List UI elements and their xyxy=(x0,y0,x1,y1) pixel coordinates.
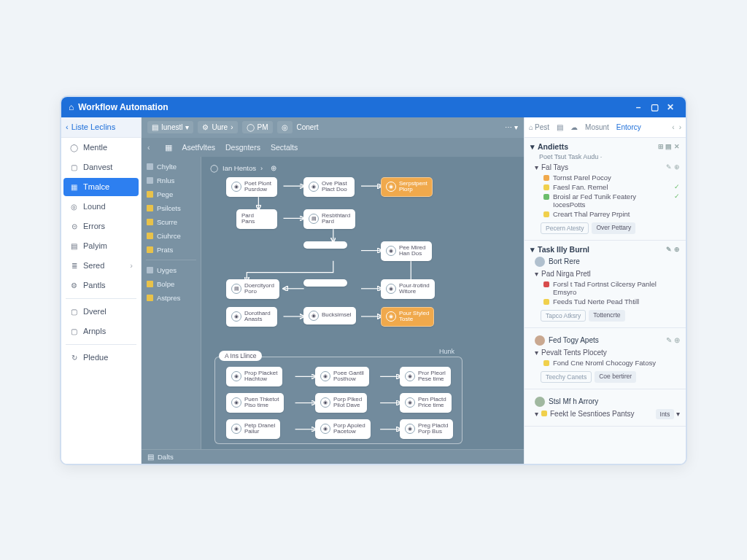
status-icon xyxy=(541,411,547,416)
flow-node[interactable]: ◉Pour-trotindWitore xyxy=(381,279,435,300)
group-head[interactable]: ▾ Pevalt Tents Plocety xyxy=(535,349,680,357)
list-item[interactable]: Faesl Fan. Rernel✓ xyxy=(543,183,680,191)
subnav-item[interactable]: Astpres xyxy=(142,291,201,305)
group-head[interactable]: ▾ Fal Tays✎ ⊕ xyxy=(535,163,680,171)
flow-node[interactable]: ◉DorothardAnasts xyxy=(226,307,277,327)
square-icon: ▢ xyxy=(69,307,79,316)
panel-nav-prev[interactable]: ‹ xyxy=(672,123,674,131)
list-item[interactable]: Creart Thal Parrey Prpint xyxy=(543,210,680,218)
subnav-item[interactable]: Ciuhrce xyxy=(142,229,201,243)
list-item[interactable]: Forsl t Tad Fortnst Cilcersy Panlel Emsy… xyxy=(543,280,680,296)
toolbar-btn-2[interactable]: ◯ PM xyxy=(242,121,273,133)
panel-tab-4[interactable]: Entorcy xyxy=(616,123,641,131)
user-row[interactable]: Stsl Mf h Arrory xyxy=(535,397,680,407)
toolbar-more[interactable]: ⋯ ▾ xyxy=(505,123,518,131)
chip[interactable]: Coe bertirer xyxy=(595,371,636,383)
flow-node[interactable]: ◉Bucksimsel xyxy=(303,307,356,324)
tab-1[interactable]: Desgnters xyxy=(225,140,260,155)
chip[interactable]: Ints xyxy=(656,409,675,419)
subnav-item[interactable]: Rnlus xyxy=(142,174,201,187)
node-icon: ◉ xyxy=(386,182,396,192)
sidebar-item-pantls[interactable]: ⚙Pantls xyxy=(63,276,139,295)
flow-node[interactable]: ◉Porp PlkedPilot Dave xyxy=(315,393,367,413)
subnav-item[interactable]: Uyges xyxy=(142,263,201,277)
list-item[interactable]: Tornst Parel Pocoy xyxy=(543,174,680,182)
list-item[interactable]: Feeds Tud Nerte Pead Thtill xyxy=(543,298,680,306)
section-head[interactable]: ▾ Task Illy Burnl✎ ⊕ xyxy=(530,245,680,254)
subnav-item[interactable]: Scurre xyxy=(142,215,201,229)
chip[interactable]: Over Pettary xyxy=(592,222,635,234)
sidebar-item-danvest[interactable]: ▢Danvest xyxy=(63,158,139,176)
subnav-item[interactable]: Chylte xyxy=(142,160,201,174)
window-close[interactable]: ✕ xyxy=(662,102,678,112)
flow-node[interactable] xyxy=(303,279,347,287)
sidebar-item-pledue[interactable]: ↻Pledue xyxy=(63,349,139,367)
toolbar-btn-0[interactable]: ▤ Iunestl ▾ xyxy=(147,121,193,133)
flow-node[interactable]: ◉Puen ThketotPiso time xyxy=(226,393,284,413)
subnav-item[interactable]: Psilcets xyxy=(142,201,201,215)
panel-tab-home[interactable]: ⌂ Pest xyxy=(529,123,549,131)
window-minimize[interactable]: – xyxy=(630,102,646,112)
folder-icon xyxy=(147,233,153,239)
divider xyxy=(66,344,136,345)
sidebar-item-arnpls[interactable]: ▢Arnpls xyxy=(63,322,139,341)
subnav-item[interactable]: Bolpe xyxy=(142,277,201,291)
subnav-item[interactable]: Prats xyxy=(142,243,201,257)
sidebar-item-tmalce[interactable]: ▦Tmalce xyxy=(63,178,139,196)
flow-node[interactable]: ◉Pee MiredHan Dos xyxy=(381,241,432,262)
toolbar-btn-1[interactable]: ⚙ Uure › xyxy=(198,121,237,133)
sidebar-item-mentle[interactable]: ◯Mentle xyxy=(63,139,139,157)
panel-tab-2[interactable]: ☁ xyxy=(570,123,578,131)
flow-node[interactable]: ◉Petp DranelPailur xyxy=(226,419,280,440)
tab-0[interactable]: Asetfvltes xyxy=(182,140,216,155)
toolbar-label-convert[interactable]: Conert xyxy=(297,123,319,131)
user-row[interactable]: Fed Togy Apets✎ ⊕ xyxy=(535,335,680,346)
list-item[interactable]: Fond Cne Nroml Chocogy Fatosy xyxy=(543,359,680,367)
flow-node[interactable]: PardPans xyxy=(236,209,277,230)
flow-node[interactable]: ◉Poee GantllPosthow xyxy=(315,367,369,387)
sidebar-header[interactable]: ‹ Liste Leclins xyxy=(61,117,141,138)
tabs-back[interactable]: ‹ xyxy=(147,143,150,152)
user-row[interactable]: Bort Rere xyxy=(535,257,680,267)
chip[interactable]: Teechy Canets xyxy=(541,371,592,383)
chip[interactable]: Pecern Atesty xyxy=(541,222,589,234)
panel-tab-3[interactable]: Mosunt xyxy=(585,123,609,131)
flow-node[interactable]: ◉Pror PleorlPese time xyxy=(400,367,451,387)
chip[interactable]: Tapco Atksry xyxy=(541,310,586,322)
status-icon xyxy=(543,175,549,181)
subnav-item[interactable]: Pege xyxy=(142,187,201,201)
flow-node[interactable]: ▤ResbthtardPard xyxy=(303,209,355,230)
workspace-footer: ▤ Dalts xyxy=(142,449,524,464)
sidebar-item-errors[interactable]: ⊝Errors xyxy=(63,217,139,236)
flow-node[interactable]: ▤DoercityordPoro xyxy=(226,279,279,300)
sidebar-item-lound[interactable]: ◎Lound xyxy=(63,198,139,216)
sidebar-item-sered[interactable]: ≣Sered› xyxy=(63,257,139,275)
section-tools[interactable]: ⊞ ▤ ✕ xyxy=(658,143,680,150)
workspace-subnav: Chylte Rnlus Pege Psilcets Scurre Ciuhrc… xyxy=(142,157,201,449)
toolbar-btn-3[interactable]: ◎ xyxy=(277,121,293,133)
flow-node[interactable]: ◉SerpstpentPlorp xyxy=(381,177,433,198)
flow-node[interactable]: ◉Preg PlactdPorp Bus xyxy=(400,419,453,440)
flow-node[interactable]: ◉Prop PlacketHachtow xyxy=(226,367,282,387)
flow-node[interactable]: ◉Pen PlactdPrice time xyxy=(400,393,452,413)
panel-nav-next[interactable]: › xyxy=(679,123,681,131)
tab-2[interactable]: Sectalts xyxy=(271,140,298,155)
panel-tab-1[interactable]: ▤ xyxy=(557,123,563,131)
flow-node[interactable]: ◉Poet PlontPusrdow xyxy=(226,177,277,198)
flow-node[interactable]: ◉Ove PlastPlact Doo xyxy=(303,177,355,198)
section-head[interactable]: ▾ Andietts⊞ ▤ ✕ xyxy=(530,142,680,151)
flow-node[interactable] xyxy=(303,241,347,249)
window-maximize[interactable]: ▢ xyxy=(646,102,662,112)
sidebar-item-dverel[interactable]: ▢Dverel xyxy=(63,303,139,321)
chip[interactable]: Tottencrte xyxy=(589,310,624,322)
flow-node[interactable]: ◉Porp ApoledPacetow xyxy=(315,419,371,440)
group-head[interactable]: ▾ Feekt le Sesntioes PantsyInts ▾ xyxy=(535,410,680,418)
flow-node[interactable]: ◉Pour StyledToste xyxy=(381,307,434,327)
target-icon: ◎ xyxy=(69,202,79,211)
folder-icon xyxy=(147,267,153,273)
workflow-canvas[interactable]: ◯ Ian Hentos › ⊕ xyxy=(201,157,524,449)
sidebar-item-palyim[interactable]: ▤Palyim xyxy=(63,237,139,255)
group-head[interactable]: ▾ Pad Nirga Pretl xyxy=(535,270,680,278)
list-item[interactable]: Broisl ar Fed Tunik Featery IocesPotts✓ xyxy=(543,192,680,209)
gear-icon: ⚙ xyxy=(69,281,79,290)
